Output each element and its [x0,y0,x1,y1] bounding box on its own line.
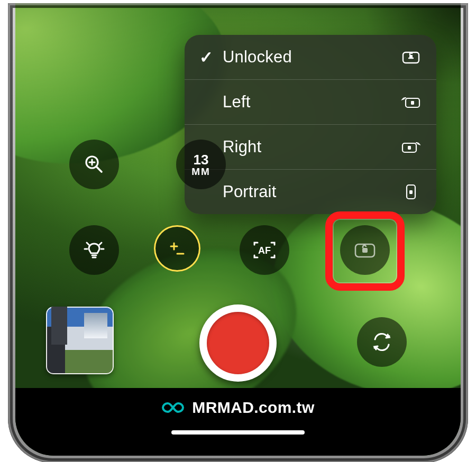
menu-item-label: Portrait [223,182,391,201]
lightbulb-icon [81,237,107,263]
focal-length-button[interactable]: 13 MM [176,140,226,189]
rotation-lock-left-icon [400,91,422,113]
infinity-logo-icon [161,401,185,414]
record-dot-icon [207,312,269,374]
menu-item-label: Left [223,93,391,112]
brand-main: MRMAD [192,399,254,416]
svg-rect-3 [411,101,414,105]
menu-item-label: Unlocked [223,48,391,67]
home-indicator[interactable] [171,430,305,435]
switch-camera-button[interactable]: Switch Camera [357,317,407,367]
menu-item-label: Right [223,137,391,156]
last-clip-thumbnail[interactable]: Last clip [46,307,114,374]
autofocus-button[interactable]: AF [240,225,289,275]
phone-frame: ✓ Unlocked Left [8,3,468,462]
record-button[interactable]: Record [199,304,277,382]
zoom-button[interactable]: Zoom [69,140,119,189]
svg-rect-1 [409,55,413,58]
plus-minus-icon [167,238,188,259]
callout-highlight [325,211,405,291]
light-button[interactable]: Light [69,225,119,275]
focal-unit: MM [191,167,210,177]
footer-bar: MRMAD.com.tw [15,388,461,456]
brand-domain: .com.tw [254,399,314,416]
watermark: MRMAD.com.tw [161,399,314,417]
svg-rect-7 [409,190,413,194]
exposure-button[interactable]: Exposure [154,225,200,272]
focal-number: 13 [194,153,209,167]
rotation-unlock-icon [400,47,422,68]
svg-line-14 [87,243,89,245]
rotation-lock-portrait-icon [400,181,422,202]
autofocus-icon: AF [250,238,279,262]
magnifier-plus-icon [83,153,106,176]
svg-line-9 [96,167,102,172]
check-icon: ✓ [199,48,213,67]
svg-line-15 [99,243,102,245]
rotation-lock-right-icon [400,136,422,158]
orientation-lock-menu: ✓ Unlocked Left [185,35,436,214]
svg-rect-5 [408,146,411,150]
svg-text:AF: AF [258,245,271,256]
menu-item-left[interactable]: Left [185,79,436,124]
cycle-arrows-icon [370,330,394,354]
camera-viewfinder: ✓ Unlocked Left [15,3,461,456]
menu-item-unlocked[interactable]: ✓ Unlocked [185,35,436,79]
